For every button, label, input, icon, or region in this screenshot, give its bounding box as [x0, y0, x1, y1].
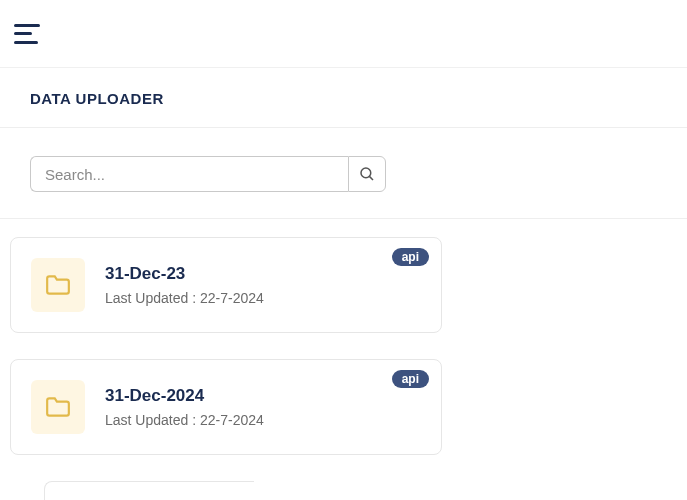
- folder-card[interactable]: 31-Dec-2024 Last Updated : 22-7-2024 api: [10, 359, 442, 455]
- api-badge: api: [392, 370, 429, 388]
- folder-icon: [31, 380, 85, 434]
- folder-icon: [31, 258, 85, 312]
- search-icon: [358, 165, 376, 183]
- api-badge: api: [392, 248, 429, 266]
- card-subtitle: Last Updated : 22-7-2024: [105, 290, 264, 306]
- card-title: 31-Dec-2024: [105, 386, 264, 406]
- page-title: DATA UPLOADER: [30, 90, 657, 107]
- search-wrap: [30, 156, 386, 192]
- card-subtitle: Last Updated : 22-7-2024: [105, 412, 264, 428]
- card-title: 31-Dec-23: [105, 264, 264, 284]
- menu-icon[interactable]: [14, 24, 40, 44]
- folder-card[interactable]: 31-Dec-23 Last Updated : 22-7-2024 api: [10, 237, 442, 333]
- folder-card[interactable]: 31-Mar-24 Last Updated : 22-7-2024: [44, 481, 254, 500]
- search-input[interactable]: [30, 156, 348, 192]
- svg-point-0: [361, 168, 371, 178]
- search-button[interactable]: [348, 156, 386, 192]
- svg-line-1: [369, 176, 373, 180]
